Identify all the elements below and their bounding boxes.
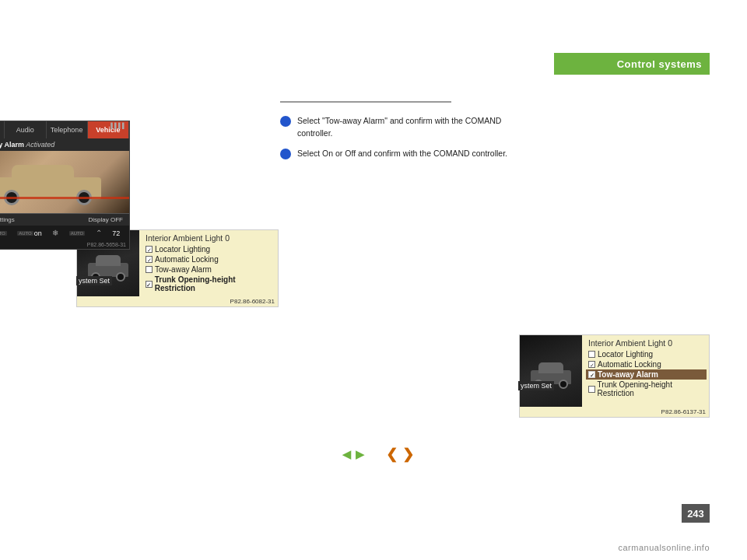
checkbox2-towalarm xyxy=(588,371,595,378)
car-thumbnail-right2 xyxy=(520,335,582,407)
screenshot-right-2: Interior Ambient Light 0 Locator Lightin… xyxy=(519,334,710,418)
menu-item2-locator: Locator Lighting xyxy=(588,349,704,359)
menu-item-trunk: Trunk Opening-height Restriction xyxy=(146,275,273,293)
mmi-controls: 72 AUTO AUTO on ❄ AUTO ⌃ 72 xyxy=(0,226,129,240)
system-set-label-left: ystem Set xyxy=(76,276,112,285)
watermark: carmanualsonline.info xyxy=(618,543,710,552)
header-title: Control systems xyxy=(617,58,702,70)
checkbox-towalarm xyxy=(146,266,153,273)
checkbox-trunk xyxy=(146,281,153,288)
signal-indicator: ▌▌▌▌ xyxy=(110,123,126,128)
checkbox2-autolock xyxy=(588,361,595,368)
car-accent-stripe xyxy=(0,197,129,199)
bullet-dot-1 xyxy=(280,116,291,127)
mmi-alert: Tow-away Alarm Activated xyxy=(0,138,129,151)
ctrl-fan: ⌃ xyxy=(96,229,102,237)
menu-item2-trunk: Trunk Opening-height Restriction xyxy=(588,380,704,398)
mmi-screenshot: Navi Audio Telephone Vehicle ▌▌▌▌ Tow-aw… xyxy=(0,121,130,250)
bottom-nav: ◀ ▶ ❮ ❯ xyxy=(342,446,414,463)
mmi-bottom-bar: System Settings Display OFF xyxy=(0,213,129,226)
main-content: Select "Tow-away Alarm" and confirm with… xyxy=(280,101,529,167)
menu-item2-towalarm: Tow-away Alarm xyxy=(586,369,707,380)
page-number: 243 xyxy=(682,504,710,523)
menu-area-left: Interior Ambient Light 0 Locator Lightin… xyxy=(141,230,278,296)
ctrl-auto1: AUTO xyxy=(0,231,7,236)
nav-arrow-orange-2[interactable]: ❯ xyxy=(402,446,414,463)
section-divider xyxy=(280,101,451,103)
display-off-btn[interactable]: Display OFF xyxy=(89,216,123,223)
menu-item-locator: Locator Lighting xyxy=(146,244,273,254)
mmi-tabs: Navi Audio Telephone Vehicle ▌▌▌▌ xyxy=(0,121,129,138)
bullet-dot-2 xyxy=(280,149,291,159)
checkbox-autolock xyxy=(146,256,153,263)
header-banner: Control systems xyxy=(554,53,710,75)
system-settings-btn[interactable]: System Settings xyxy=(0,216,15,223)
menu-item2-autolock: Automatic Locking xyxy=(588,359,704,369)
menu-item-towalarm: Tow-away Alarm xyxy=(146,264,273,275)
nav-arrow-orange-1[interactable]: ❮ xyxy=(386,446,398,463)
menu-item-autolock: Automatic Locking xyxy=(146,254,273,264)
mmi-ref: P82.86-5658-31 xyxy=(0,240,129,249)
mmi-car-image xyxy=(0,151,129,213)
bullet-text-2: Select On or Off and confirm with the CO… xyxy=(297,148,507,160)
ctrl-auto2: AUTO on xyxy=(17,229,42,237)
ctrl-snowflake: ❄ xyxy=(52,229,58,237)
bullet-text-1: Select "Tow-away Alarm" and confirm with… xyxy=(297,115,529,140)
menu-area-right2: Interior Ambient Light 0 Locator Lightin… xyxy=(584,335,709,401)
ctrl-temp-right: 72 xyxy=(112,229,120,237)
checkbox-locator xyxy=(146,246,153,253)
menu-title-left: Interior Ambient Light 0 xyxy=(146,233,273,243)
ref-left: P82.86-6082-31 xyxy=(77,296,278,306)
mmi-tab-telephone[interactable]: Telephone xyxy=(47,121,88,138)
bullet-item-1: Select "Tow-away Alarm" and confirm with… xyxy=(280,115,529,140)
system-set-label-right2: ystem Set xyxy=(518,381,554,390)
bullet-item-2: Select On or Off and confirm with the CO… xyxy=(280,148,529,160)
nav-arrow-green-2[interactable]: ▶ xyxy=(356,448,364,460)
menu-title-right2: Interior Ambient Light 0 xyxy=(588,338,704,348)
ctrl-auto3: AUTO xyxy=(69,231,86,236)
ref-right2: P82.86-6137-31 xyxy=(520,407,709,417)
mmi-tab-audio[interactable]: Audio xyxy=(5,121,46,138)
checkbox2-trunk xyxy=(588,386,595,393)
checkbox2-locator xyxy=(588,351,595,358)
nav-arrow-green-1[interactable]: ◀ xyxy=(342,448,351,460)
